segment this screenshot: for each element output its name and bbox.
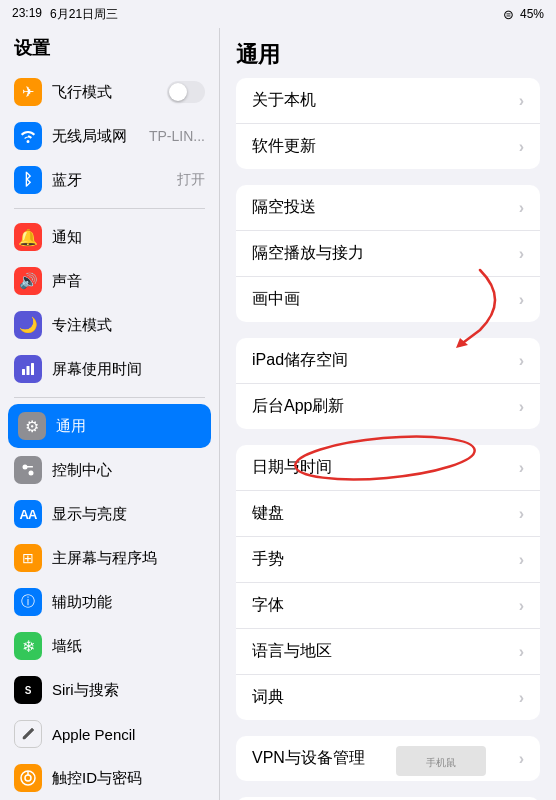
sidebar-item-bluetooth[interactable]: ᛒ 蓝牙 打开 — [0, 158, 219, 202]
settings-item-dictionary[interactable]: 词典 › — [236, 675, 540, 720]
pencil-icon — [14, 720, 42, 748]
airdrop-label: 隔空投送 — [252, 197, 519, 218]
general-icon: ⚙ — [18, 412, 46, 440]
vpn-chevron: › — [519, 750, 524, 768]
settings-item-keyboard[interactable]: 键盘 › — [236, 491, 540, 537]
svg-text:S: S — [25, 685, 32, 696]
sidebar-item-wifi[interactable]: 无线局域网 TP-LIN... — [0, 114, 219, 158]
settings-item-bgrefresh[interactable]: 后台App刷新 › — [236, 384, 540, 429]
sidebar-item-general[interactable]: ⚙ 通用 — [8, 404, 211, 448]
wifi-icon-sidebar — [14, 122, 42, 150]
keyboard-label: 键盘 — [252, 503, 519, 524]
status-left: 23:19 6月21日周三 — [12, 6, 118, 23]
sidebar: 设置 ✈ 飞行模式 无线局域网 TP-LIN... ᛒ 蓝牙 打开 — [0, 28, 220, 800]
about-chevron: › — [519, 92, 524, 110]
settings-item-gesture[interactable]: 手势 › — [236, 537, 540, 583]
settings-group-datekey: 日期与时间 › 键盘 › 手势 › 字体 › 语言与地区 › 词典 › — [236, 445, 540, 720]
sidebar-label-touchid: 触控ID与密码 — [52, 769, 142, 788]
datetime-chevron: › — [519, 459, 524, 477]
datetime-label: 日期与时间 — [252, 457, 519, 478]
sidebar-label-display: 显示与亮度 — [52, 505, 127, 524]
font-chevron: › — [519, 597, 524, 615]
sidebar-item-control[interactable]: 控制中心 — [0, 448, 219, 492]
airplay-chevron: › — [519, 245, 524, 263]
sidebar-label-airplane: 飞行模式 — [52, 83, 112, 102]
svg-rect-5 — [23, 466, 33, 468]
sidebar-item-homescreen[interactable]: ⊞ 主屏幕与程序坞 — [0, 536, 219, 580]
sidebar-label-general: 通用 — [56, 417, 86, 436]
settings-item-airplay[interactable]: 隔空播放与接力 › — [236, 231, 540, 277]
siri-icon: S — [14, 676, 42, 704]
settings-item-storage[interactable]: iPad储存空间 › — [236, 338, 540, 384]
settings-item-font[interactable]: 字体 › — [236, 583, 540, 629]
settings-item-softwareupdate[interactable]: 软件更新 › — [236, 124, 540, 169]
softwareupdate-label: 软件更新 — [252, 136, 519, 157]
softwareupdate-chevron: › — [519, 138, 524, 156]
homescreen-icon: ⊞ — [14, 544, 42, 572]
sidebar-item-screentime[interactable]: 屏幕使用时间 — [0, 347, 219, 391]
status-bar: 23:19 6月21日周三 ⊜ 45% — [0, 0, 556, 28]
sidebar-item-notification[interactable]: 🔔 通知 — [0, 215, 219, 259]
settings-item-airdrop[interactable]: 隔空投送 › — [236, 185, 540, 231]
keyboard-chevron: › — [519, 505, 524, 523]
settings-item-about[interactable]: 关于本机 › — [236, 78, 540, 124]
storage-chevron: › — [519, 352, 524, 370]
touchid-icon — [14, 764, 42, 792]
status-right: ⊜ 45% — [503, 7, 544, 22]
sidebar-group-network: ✈ 飞行模式 无线局域网 TP-LIN... ᛒ 蓝牙 打开 — [0, 64, 219, 208]
sidebar-item-siri[interactable]: S Siri与搜索 — [0, 668, 219, 712]
sidebar-label-wifi: 无线局域网 — [52, 127, 127, 146]
sidebar-label-notification: 通知 — [52, 228, 82, 247]
bgrefresh-label: 后台App刷新 — [252, 396, 519, 417]
gesture-label: 手势 — [252, 549, 519, 570]
about-label: 关于本机 — [252, 90, 519, 111]
svg-rect-1 — [27, 366, 30, 375]
bluetooth-icon: ᛒ — [14, 166, 42, 194]
sidebar-item-sound[interactable]: 🔊 声音 — [0, 259, 219, 303]
sidebar-item-focus[interactable]: 🌙 专注模式 — [0, 303, 219, 347]
svg-point-9 — [25, 775, 31, 781]
pip-chevron: › — [519, 291, 524, 309]
settings-item-datetime[interactable]: 日期与时间 › — [236, 445, 540, 491]
settings-group-airdrop: 隔空投送 › 隔空播放与接力 › 画中画 › — [236, 185, 540, 322]
svg-rect-2 — [31, 363, 34, 375]
sidebar-item-touchid[interactable]: 触控ID与密码 — [0, 756, 219, 800]
airplane-icon: ✈ — [14, 78, 42, 106]
settings-group-about: 关于本机 › 软件更新 › — [236, 78, 540, 169]
battery-level: 45% — [520, 7, 544, 21]
sidebar-item-wallpaper[interactable]: ❄ 墙纸 — [0, 624, 219, 668]
dictionary-chevron: › — [519, 689, 524, 707]
screentime-icon — [14, 355, 42, 383]
settings-item-vpn[interactable]: VPN与设备管理 › — [236, 736, 540, 781]
sidebar-group-notifications: 🔔 通知 🔊 声音 🌙 专注模式 屏幕使用时间 — [0, 209, 219, 397]
wifi-value: TP-LIN... — [149, 128, 205, 144]
sidebar-label-sound: 声音 — [52, 272, 82, 291]
sidebar-label-control: 控制中心 — [52, 461, 112, 480]
language-label: 语言与地区 — [252, 641, 519, 662]
sidebar-item-airplane[interactable]: ✈ 飞行模式 — [0, 70, 219, 114]
wallpaper-icon: ❄ — [14, 632, 42, 660]
settings-group-vpn: VPN与设备管理 › — [236, 736, 540, 781]
airdrop-chevron: › — [519, 199, 524, 217]
svg-point-4 — [29, 471, 34, 476]
airplane-toggle[interactable] — [167, 81, 205, 103]
display-icon: AA — [14, 500, 42, 528]
bluetooth-value: 打开 — [177, 171, 205, 189]
main-layout: 设置 ✈ 飞行模式 无线局域网 TP-LIN... ᛒ 蓝牙 打开 — [0, 28, 556, 800]
sidebar-item-display[interactable]: AA 显示与亮度 — [0, 492, 219, 536]
sidebar-label-homescreen: 主屏幕与程序坞 — [52, 549, 157, 568]
gesture-chevron: › — [519, 551, 524, 569]
font-label: 字体 — [252, 595, 519, 616]
sidebar-label-bluetooth: 蓝牙 — [52, 171, 82, 190]
settings-item-language[interactable]: 语言与地区 › — [236, 629, 540, 675]
svg-rect-0 — [22, 369, 25, 375]
notification-icon: 🔔 — [14, 223, 42, 251]
sidebar-item-accessibility[interactable]: ⓘ 辅助功能 — [0, 580, 219, 624]
sidebar-label-siri: Siri与搜索 — [52, 681, 119, 700]
sidebar-item-pencil[interactable]: Apple Pencil — [0, 712, 219, 756]
sidebar-label-wallpaper: 墙纸 — [52, 637, 82, 656]
vpn-label: VPN与设备管理 — [252, 748, 519, 769]
status-time: 23:19 — [12, 6, 42, 23]
settings-item-pip[interactable]: 画中画 › — [236, 277, 540, 322]
right-panel-title: 通用 — [220, 28, 556, 78]
